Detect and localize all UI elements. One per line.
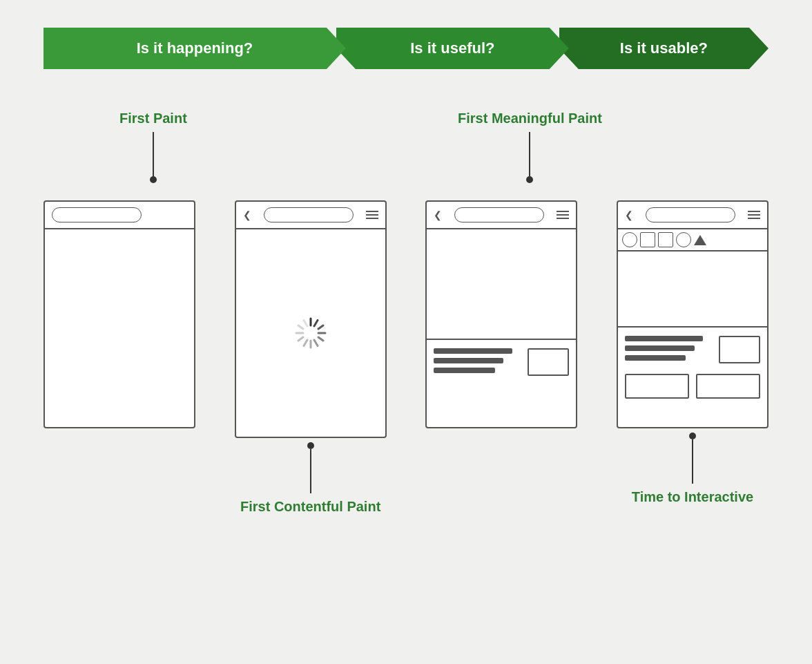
phone2-searchbar xyxy=(264,207,354,222)
phone1-header xyxy=(45,202,194,229)
tti-label: Time to Interactive xyxy=(632,489,753,505)
text-line-3 xyxy=(434,368,494,373)
phone3-navbar: ❮ xyxy=(427,202,576,229)
phone2-wrapper: ❮ xyxy=(235,200,387,515)
phase-happening-label: Is it happening? xyxy=(137,39,253,57)
phone4: ❮ xyxy=(617,200,768,428)
phone3-action-button xyxy=(528,348,569,376)
phase-usable-label: Is it usable? xyxy=(620,39,708,57)
phone3-content-area xyxy=(427,229,576,340)
phone4-tabs xyxy=(618,229,767,252)
tti-dot-top xyxy=(689,433,696,439)
phase-banner: Is it happening? Is it useful? Is it usa… xyxy=(44,28,768,69)
phone4-lower xyxy=(618,328,767,407)
phone4-text xyxy=(625,336,712,363)
fcp-pointer xyxy=(307,442,314,493)
phone3-lower xyxy=(427,340,576,384)
phone4-wrapper: ❮ xyxy=(617,200,768,505)
tab-icon-circle2 xyxy=(676,232,691,247)
phone4-row1 xyxy=(625,336,760,363)
svg-line-4 xyxy=(318,337,323,341)
text-line-5 xyxy=(625,345,695,351)
text-line-2 xyxy=(434,358,503,363)
fmp-vline xyxy=(529,142,530,176)
loading-spinner xyxy=(293,316,328,350)
phone1 xyxy=(44,200,195,428)
svg-line-2 xyxy=(318,325,323,329)
svg-line-8 xyxy=(298,337,303,341)
text-line-1 xyxy=(434,348,512,354)
tab-icon-square1 xyxy=(640,232,655,247)
tab-icon-circle1 xyxy=(622,232,637,247)
phone4-cta-buttons xyxy=(625,374,760,399)
phase-usable: Is it usable? xyxy=(559,28,768,69)
fcp-vline xyxy=(310,449,311,484)
first-paint-tick xyxy=(153,132,154,142)
fmp-dot xyxy=(526,176,533,183)
svg-line-1 xyxy=(314,321,318,327)
phase-useful-label: Is it useful? xyxy=(410,39,494,57)
hamburger-icon xyxy=(366,211,378,219)
phase-useful: Is it useful? xyxy=(336,28,569,69)
tab-icon-triangle xyxy=(694,235,706,245)
phone4-content-area xyxy=(618,252,767,328)
phone2: ❮ xyxy=(235,200,387,438)
tti-pointer xyxy=(689,433,696,484)
text-line-4 xyxy=(625,336,703,341)
phone4-navbar: ❮ xyxy=(618,202,767,229)
phone4-searchbar xyxy=(646,207,735,222)
phase-happening: Is it happening? xyxy=(44,28,346,69)
svg-line-11 xyxy=(304,321,307,327)
back-icon-4: ❮ xyxy=(625,209,633,220)
tti-vline xyxy=(692,439,693,474)
phone1-searchbar xyxy=(52,207,142,222)
phone1-body xyxy=(45,229,194,423)
svg-line-7 xyxy=(304,340,307,346)
back-icon: ❮ xyxy=(243,209,251,220)
tti-tick xyxy=(692,474,693,484)
phone4-btn1 xyxy=(625,374,689,399)
phone4-action-button xyxy=(719,336,760,363)
first-paint-dot xyxy=(150,176,157,183)
fcp-label: First Contentful Paint xyxy=(240,499,380,515)
svg-line-10 xyxy=(298,325,303,329)
fcp-dot-top xyxy=(307,442,314,449)
hamburger-icon-3 xyxy=(557,211,569,219)
first-paint-vline xyxy=(153,142,154,176)
fmp-label: First Meaningful Paint xyxy=(458,111,602,126)
phone2-body xyxy=(236,229,385,437)
phone2-navbar: ❮ xyxy=(236,202,385,229)
svg-line-5 xyxy=(314,340,318,346)
fmp-tick xyxy=(529,132,530,142)
first-paint-label: First Paint xyxy=(119,111,187,126)
back-icon-3: ❮ xyxy=(434,209,442,220)
phone3-searchbar xyxy=(454,207,544,222)
phones-row: ❮ xyxy=(44,200,768,515)
main-content: First Paint First Meaningful Paint xyxy=(44,111,768,515)
phone3-text xyxy=(434,348,521,376)
hamburger-icon-4 xyxy=(748,211,760,219)
phone1-wrapper xyxy=(44,200,195,428)
text-line-6 xyxy=(625,355,686,361)
tab-icon-square2 xyxy=(658,232,673,247)
phone3: ❮ xyxy=(425,200,577,428)
fcp-tick xyxy=(310,484,311,493)
phone4-btn2 xyxy=(696,374,760,399)
phone3-wrapper: ❮ xyxy=(425,200,577,428)
